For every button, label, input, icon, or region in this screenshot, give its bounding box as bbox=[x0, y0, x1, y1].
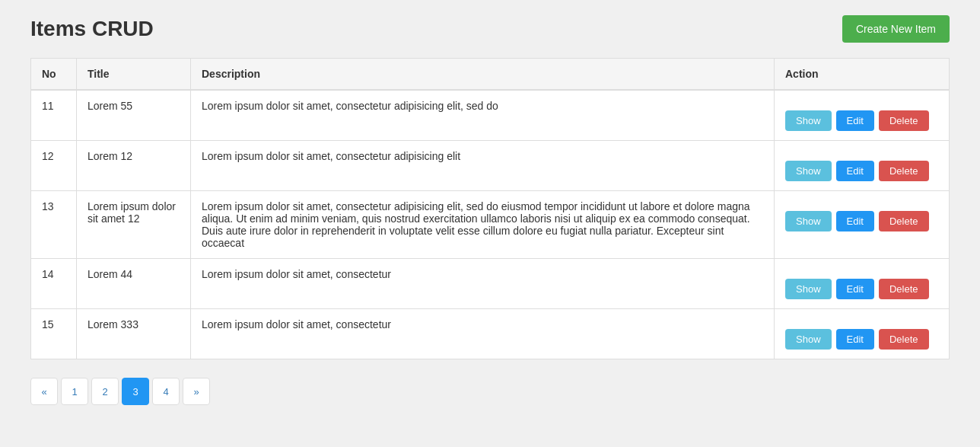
cell-no: 14 bbox=[31, 259, 77, 309]
cell-action: ShowEditDelete bbox=[775, 259, 950, 309]
delete-button[interactable]: Delete bbox=[879, 211, 929, 231]
edit-button[interactable]: Edit bbox=[836, 161, 874, 181]
items-table: No Title Description Action 11Lorem 55Lo… bbox=[30, 58, 950, 359]
cell-title: Lorem 55 bbox=[77, 90, 191, 141]
cell-no: 12 bbox=[31, 141, 77, 191]
table-row: 12Lorem 12Lorem ipsum dolor sit amet, co… bbox=[31, 141, 950, 191]
table-row: 15Lorem 333Lorem ipsum dolor sit amet, c… bbox=[31, 309, 950, 359]
pagination-prev[interactable]: « bbox=[30, 378, 58, 405]
pagination-page-3[interactable]: 3 bbox=[122, 378, 149, 405]
col-header-no: No bbox=[31, 59, 77, 91]
pagination-page-2[interactable]: 2 bbox=[91, 378, 119, 405]
cell-title: Lorem ipsum dolor sit amet 12 bbox=[77, 191, 191, 259]
pagination-page-4[interactable]: 4 bbox=[152, 378, 180, 405]
delete-button[interactable]: Delete bbox=[879, 279, 929, 299]
table-header-row: No Title Description Action bbox=[31, 59, 950, 91]
cell-action: ShowEditDelete bbox=[775, 90, 950, 141]
show-button[interactable]: Show bbox=[785, 110, 832, 131]
table-row: 14Lorem 44Lorem ipsum dolor sit amet, co… bbox=[31, 259, 950, 309]
create-new-item-button[interactable]: Create New Item bbox=[842, 15, 950, 43]
cell-action: ShowEditDelete bbox=[775, 191, 950, 259]
pagination-page-1[interactable]: 1 bbox=[61, 378, 88, 405]
page-title: Items CRUD bbox=[30, 17, 154, 41]
cell-no: 13 bbox=[31, 191, 77, 259]
cell-title: Lorem 12 bbox=[77, 141, 191, 191]
edit-button[interactable]: Edit bbox=[836, 329, 874, 350]
edit-button[interactable]: Edit bbox=[836, 279, 874, 299]
cell-description: Lorem ipsum dolor sit amet, consectetur bbox=[191, 259, 775, 309]
show-button[interactable]: Show bbox=[785, 161, 832, 181]
table-row: 13Lorem ipsum dolor sit amet 12Lorem ips… bbox=[31, 191, 950, 259]
col-header-title: Title bbox=[77, 59, 191, 91]
cell-action: ShowEditDelete bbox=[775, 141, 950, 191]
show-button[interactable]: Show bbox=[785, 329, 832, 350]
col-header-description: Description bbox=[191, 59, 775, 91]
show-button[interactable]: Show bbox=[785, 211, 832, 231]
cell-description: Lorem ipsum dolor sit amet, consectetur … bbox=[191, 90, 775, 141]
cell-description: Lorem ipsum dolor sit amet, consectetur … bbox=[191, 141, 775, 191]
cell-title: Lorem 333 bbox=[77, 309, 191, 359]
cell-action: ShowEditDelete bbox=[775, 309, 950, 359]
edit-button[interactable]: Edit bbox=[836, 110, 874, 131]
table-row: 11Lorem 55Lorem ipsum dolor sit amet, co… bbox=[31, 90, 950, 141]
delete-button[interactable]: Delete bbox=[879, 161, 929, 181]
pagination: «1234» bbox=[30, 378, 950, 405]
cell-title: Lorem 44 bbox=[77, 259, 191, 309]
cell-description: Lorem ipsum dolor sit amet, consectetur … bbox=[191, 191, 775, 259]
cell-description: Lorem ipsum dolor sit amet, consectetur bbox=[191, 309, 775, 359]
cell-no: 11 bbox=[31, 90, 77, 141]
show-button[interactable]: Show bbox=[785, 279, 832, 299]
delete-button[interactable]: Delete bbox=[879, 329, 929, 350]
pagination-next[interactable]: » bbox=[183, 378, 210, 405]
cell-no: 15 bbox=[31, 309, 77, 359]
delete-button[interactable]: Delete bbox=[879, 110, 929, 131]
edit-button[interactable]: Edit bbox=[836, 211, 874, 231]
col-header-action: Action bbox=[775, 59, 950, 91]
